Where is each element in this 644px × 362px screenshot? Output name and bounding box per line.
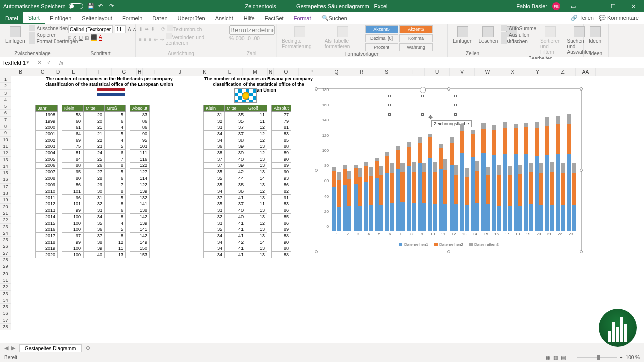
redo-icon[interactable]: ↷ <box>109 3 116 10</box>
font-family-input[interactable] <box>68 25 113 33</box>
tab-seitenlayout[interactable]: Seitenlayout <box>76 12 117 24</box>
status-bar: Bereit ▦ ▥ ▤ — + 100 % <box>0 353 644 362</box>
autosum-button[interactable]: AutoSumme <box>501 25 536 31</box>
delete-cells-button[interactable]: Löschen <box>476 25 500 45</box>
insert-cells-button[interactable]: Einfügen <box>451 25 474 45</box>
number-format-select[interactable] <box>229 25 275 35</box>
tab-hilfe[interactable]: Hilfe <box>238 12 260 24</box>
status-ready: Bereit <box>4 355 17 360</box>
bv-title: The number of companies in Bavaria per c… <box>203 76 314 93</box>
underline-button[interactable]: U <box>79 35 83 41</box>
flag-nl-icon <box>97 88 125 96</box>
fx-icon[interactable]: fx <box>56 60 67 66</box>
ribbon: Einfügen Ausschneiden Kopieren Format üb… <box>0 24 644 57</box>
document-title: Gestapeltes Säulendiagramm - Excel <box>296 3 388 9</box>
styles-group-label: Formatvorlagen <box>280 51 444 57</box>
tab-ueberpruefen[interactable]: Überprüfen <box>173 12 210 24</box>
minimize-icon[interactable]: — <box>586 3 601 9</box>
bold-button[interactable]: F <box>68 35 71 41</box>
ideas-button[interactable]: Ideen <box>587 25 603 45</box>
name-box[interactable]: Textfeld 1▼ <box>0 57 32 68</box>
flag-bavaria-icon <box>234 88 257 103</box>
formula-bar: Textfeld 1▼ ✕ ✓ fx <box>0 57 644 68</box>
user-name[interactable]: Fabio Basler <box>516 3 547 9</box>
table-netherlands[interactable]: JahrKleinMittelGroßAbsolut19985820583199… <box>35 105 150 258</box>
page-layout-view-icon[interactable]: ▥ <box>553 355 558 360</box>
tab-factset[interactable]: FactSet <box>260 12 289 24</box>
tab-format[interactable]: Format <box>289 12 316 24</box>
worksheet-grid[interactable]: BCDEFGHIJKLMNOPQRSTUVWXYZAA 123456789101… <box>0 68 644 335</box>
formula-input[interactable] <box>67 59 644 66</box>
cells-group-label: Zellen <box>451 51 495 57</box>
watermark-logo <box>599 309 637 347</box>
enter-formula-icon[interactable]: ✓ <box>47 59 51 66</box>
comments-button[interactable]: 💬 Kommentare <box>599 15 639 21</box>
zoom-slider[interactable] <box>577 357 617 358</box>
fill-button[interactable]: Ausfüllen <box>501 32 536 38</box>
format-as-table-button[interactable]: Als Tabelle formatieren <box>323 25 363 50</box>
zoom-level[interactable]: 100 % <box>626 355 640 360</box>
sheet-tab-bar: ◀▶ Gestapeltes Diagramm ⊕ <box>0 343 644 353</box>
tab-formeln[interactable]: Formeln <box>117 12 147 24</box>
search-box[interactable]: 🔍 Suchen <box>316 12 352 24</box>
ribbon-tabs: Datei Start Einfügen Seitenlayout Formel… <box>0 12 644 24</box>
table-bavaria[interactable]: KleinMittelGroßAbsolut313511773235117933… <box>203 105 291 258</box>
align-top-icon[interactable]: ⬆ <box>139 26 143 32</box>
font-group-label: Schriftart <box>68 51 132 57</box>
normal-view-icon[interactable]: ▦ <box>546 355 550 360</box>
paste-button[interactable]: Einfügen <box>3 25 27 45</box>
tool-tab-label: Zeichentools <box>245 3 276 9</box>
sort-filter-button[interactable]: Sortieren und Filtern <box>538 25 563 56</box>
maximize-icon[interactable]: ☐ <box>606 3 621 10</box>
avatar[interactable]: FB <box>552 2 560 10</box>
nl-title: The number of companies in the Netherlan… <box>36 76 182 87</box>
merge-button[interactable]: Verbinden und zentrieren <box>166 33 223 46</box>
ribbon-options-icon[interactable]: ▭ <box>566 3 581 10</box>
tab-ansicht[interactable]: Ansicht <box>210 12 238 24</box>
tab-datei[interactable]: Datei <box>0 12 23 24</box>
cancel-formula-icon[interactable]: ✕ <box>37 59 42 66</box>
page-break-view-icon[interactable]: ▤ <box>561 355 566 360</box>
chart-bars[interactable] <box>332 94 576 231</box>
tab-daten[interactable]: Daten <box>147 12 172 24</box>
undo-icon[interactable]: ↶ <box>98 3 105 10</box>
fill-color-button[interactable]: ⬛ <box>91 34 97 41</box>
add-sheet-icon[interactable]: ⊕ <box>82 345 94 351</box>
title-bar: Automatisches Speichern 💾 ↶ ↷ Zeichentoo… <box>0 0 644 12</box>
autosave-toggle[interactable]: Automatisches Speichern <box>3 3 83 9</box>
share-button[interactable]: 🔗 Teilen <box>571 15 594 21</box>
chart-x-axis: 1234567891011121314151617181920212223 <box>332 232 576 238</box>
clear-button[interactable]: Löschen <box>501 38 536 44</box>
chart-legend[interactable]: Datenreihen1 Datenreihen2 Datenreihen3 <box>316 242 581 247</box>
tab-start[interactable]: Start <box>23 12 45 24</box>
wrap-text-button[interactable]: Textumbruch <box>167 25 202 32</box>
sheet-tab[interactable]: Gestapeltes Diagramm <box>19 344 82 352</box>
chart-y-axis: 020406080100120140160180 <box>316 94 330 231</box>
tab-einfuegen[interactable]: Einfügen <box>45 12 76 24</box>
increase-font-icon[interactable]: A <box>128 27 131 32</box>
cell-styles[interactable]: Akzent5 Akzent6 Dezimal [0] Komma Prozen… <box>365 25 444 51</box>
italic-button[interactable]: K <box>73 35 77 41</box>
prev-sheet-icon[interactable]: ◀ <box>4 345 8 351</box>
conditional-formatting-button[interactable]: Bedingte Formatierung <box>280 25 320 50</box>
number-group-label: Zahl <box>229 51 273 57</box>
clipboard-group-label: Zwischenablage <box>3 51 62 57</box>
font-size-input[interactable] <box>115 25 126 33</box>
border-button[interactable]: ⊞ <box>85 35 89 41</box>
rotate-handle-icon[interactable] <box>420 87 426 93</box>
font-color-button[interactable]: A <box>99 34 102 41</box>
chart-object[interactable]: ✥ Zeichnungsfläche 020406080100120140160… <box>316 88 582 252</box>
next-sheet-icon[interactable]: ▶ <box>11 345 15 351</box>
close-icon[interactable]: ✕ <box>626 3 641 10</box>
align-group-label: Ausrichtung <box>139 51 223 57</box>
save-icon[interactable]: 💾 <box>87 3 94 10</box>
